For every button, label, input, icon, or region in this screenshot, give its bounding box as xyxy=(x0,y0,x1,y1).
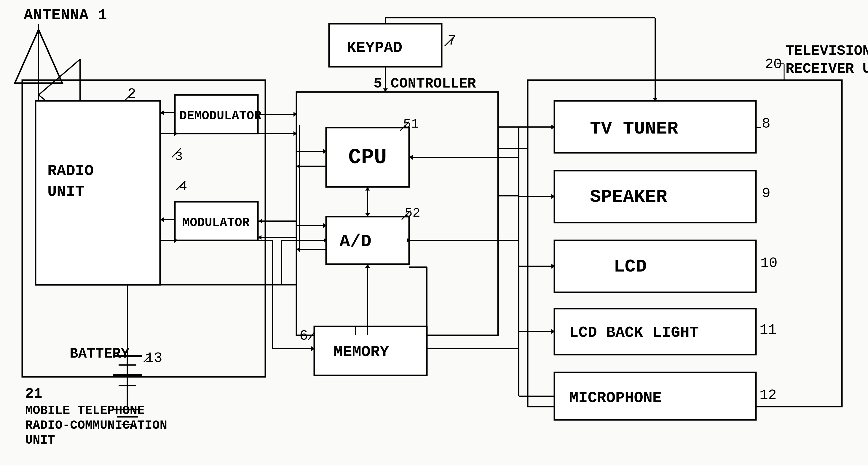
modulator-label: MODULATOR xyxy=(182,216,250,230)
ref8: 8 xyxy=(762,116,771,132)
memory-label: MEMORY xyxy=(334,343,389,361)
radio-unit-label2: UNIT xyxy=(48,183,85,201)
tv-tuner-label: TV TUNER xyxy=(590,118,678,139)
ref11: 11 xyxy=(760,322,777,338)
radio-comm-label: RADIO-COMMUNICATION xyxy=(25,418,167,433)
ref20: 20 xyxy=(765,56,782,72)
cpu-label: CPU xyxy=(348,145,387,170)
ref3: 3 xyxy=(175,149,183,164)
battery-label: BATTERY xyxy=(70,346,129,362)
tv-receiver-label2: RECEIVER UNIT xyxy=(785,61,868,77)
microphone-label: MICROPHONE xyxy=(569,389,662,407)
ref12: 12 xyxy=(760,387,777,403)
svg-rect-61 xyxy=(554,240,756,292)
ref6: 6 xyxy=(300,328,308,344)
tv-receiver-label1: TELEVISION xyxy=(785,43,868,59)
antenna-label: ANTENNA 1 xyxy=(24,6,107,24)
radio-unit-label: RADIO xyxy=(48,162,94,180)
speaker-label: SPEAKER xyxy=(590,186,667,207)
ref21-label: 21 xyxy=(25,386,42,402)
diagram-container: ANTENNA 1 21 MOBILE TELEPHONE RADIO-COMM… xyxy=(0,0,868,465)
unit-label21: UNIT xyxy=(25,433,55,447)
ref9: 9 xyxy=(762,185,771,202)
keypad-label: KEYPAD xyxy=(347,39,402,57)
lcd-label: LCD xyxy=(614,256,647,277)
controller-label: 5 CONTROLLER xyxy=(374,76,476,92)
ref10: 10 xyxy=(761,255,778,271)
ref7: 7 xyxy=(447,33,456,49)
lcd-backlight-label: LCD BACK LIGHT xyxy=(569,324,699,342)
ref51: 51 xyxy=(403,117,419,132)
demodulator-label: DEMODULATOR xyxy=(179,109,262,123)
ref52: 52 xyxy=(405,206,421,221)
ad-label: A/D xyxy=(339,231,371,252)
